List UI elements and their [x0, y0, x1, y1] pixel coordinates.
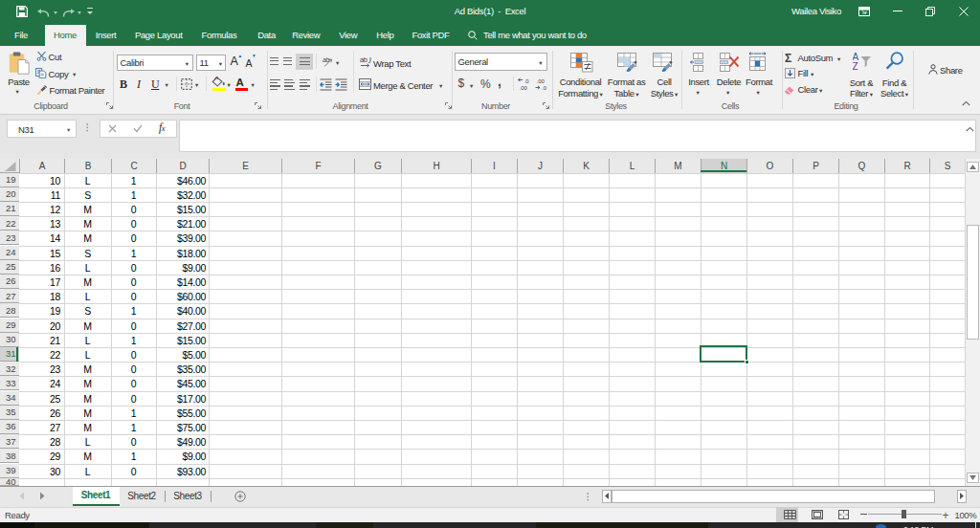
svg-text:.0: .0: [524, 78, 530, 84]
svg-text:Z: Z: [853, 60, 858, 70]
svg-text:.00: .00: [520, 85, 528, 91]
svg-text:ab: ab: [360, 55, 368, 64]
